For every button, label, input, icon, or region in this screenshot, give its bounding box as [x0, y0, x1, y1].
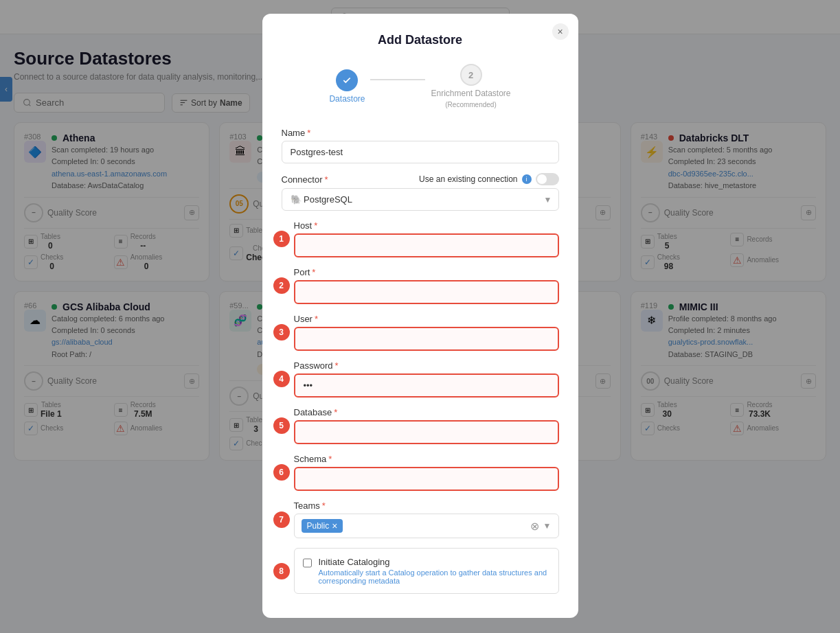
schema-group: 6 Schema* — [282, 454, 559, 491]
connector-row: Connector* Use an existing connection i — [282, 173, 559, 185]
port-label: Port* — [294, 267, 559, 277]
add-datastore-modal: × Add Datastore Datastore 2 Enrichment D… — [262, 14, 578, 618]
step-num-7: 7 — [273, 511, 290, 528]
teams-clear-icon[interactable]: ⊗ — [530, 520, 539, 533]
teams-group: 7 Teams* Public × ⊗ ▼ — [282, 500, 559, 538]
form: Name* Connector* Use an existing connect… — [282, 128, 559, 594]
step-1: Datastore — [329, 69, 365, 104]
initiate-cataloging-group: Initiate Cataloging Automatically start … — [294, 548, 559, 594]
toggle[interactable] — [536, 173, 559, 185]
initiate-label: Initiate Cataloging — [319, 557, 550, 567]
host-label: Host* — [294, 220, 559, 231]
step-2-label[interactable]: Enrichment Datastore — [431, 89, 510, 98]
user-input[interactable] — [294, 327, 559, 351]
name-label: Name* — [282, 128, 559, 138]
password-input[interactable] — [294, 373, 559, 398]
user-group: 3 User* — [282, 314, 559, 351]
modal-title: Add Datastore — [282, 33, 559, 47]
port-input[interactable] — [294, 280, 559, 304]
step-1-label[interactable]: Datastore — [329, 94, 365, 104]
schema-label: Schema* — [294, 454, 559, 464]
initiate-cataloging-label[interactable]: Initiate Cataloging Automatically start … — [303, 557, 550, 585]
teams-dropdown-icon[interactable]: ▼ — [543, 521, 552, 531]
teams-label: Teams* — [294, 500, 559, 511]
main-page: ‹ Source Datastores Connect to a source … — [0, 0, 840, 633]
modal-overlay: × Add Datastore Datastore 2 Enrichment D… — [0, 0, 840, 633]
initiate-desc: Automatically start a Catalog operation … — [319, 568, 550, 585]
step-2: 2 Enrichment Datastore (Recommended) — [431, 64, 510, 108]
step-num-5: 5 — [273, 417, 290, 434]
connector-group: Connector* Use an existing connection i … — [282, 173, 559, 211]
schema-input[interactable] — [294, 467, 559, 491]
step-num-8: 8 — [273, 563, 290, 579]
team-tag-remove[interactable]: × — [332, 520, 337, 531]
use-existing-label: Use an existing connection — [419, 174, 517, 184]
modal-close-button[interactable]: × — [552, 23, 569, 40]
step-2-sublabel: (Recommended) — [445, 101, 496, 108]
port-group: 2 Port* — [282, 267, 559, 304]
host-input[interactable] — [294, 233, 559, 257]
database-input[interactable] — [294, 420, 559, 444]
step-num-4: 4 — [273, 371, 290, 387]
stepper: Datastore 2 Enrichment Datastore (Recomm… — [282, 64, 559, 108]
database-group: 5 Database* — [282, 407, 559, 444]
password-label: Password* — [294, 360, 559, 371]
step-line — [370, 79, 425, 80]
name-group: Name* — [282, 128, 559, 163]
use-existing: Use an existing connection i — [419, 173, 558, 185]
connector-label: Connector* — [282, 174, 328, 185]
teams-input[interactable]: Public × ⊗ ▼ — [294, 514, 559, 538]
database-label: Database* — [294, 407, 559, 417]
step-num-1: 1 — [273, 231, 290, 247]
initiate-group: 8 Initiate Cataloging Automatically star… — [282, 548, 559, 594]
user-label: User* — [294, 314, 559, 324]
step-num-2: 2 — [273, 277, 290, 294]
step-num-6: 6 — [273, 464, 290, 481]
password-group: 4 Password* — [282, 360, 559, 398]
step-1-circle — [336, 69, 358, 91]
host-group: 1 Host* — [282, 220, 559, 257]
connector-select[interactable]: 🐘 PostgreSQL — [282, 188, 559, 211]
initiate-cataloging-checkbox[interactable] — [303, 558, 312, 568]
name-input[interactable] — [282, 141, 559, 163]
info-icon[interactable]: i — [522, 174, 532, 184]
team-tag-public: Public × — [302, 519, 343, 533]
connector-select-wrapper: 🐘 PostgreSQL ▼ — [282, 188, 559, 211]
step-num-3: 3 — [273, 324, 290, 341]
step-2-circle: 2 — [460, 64, 482, 86]
